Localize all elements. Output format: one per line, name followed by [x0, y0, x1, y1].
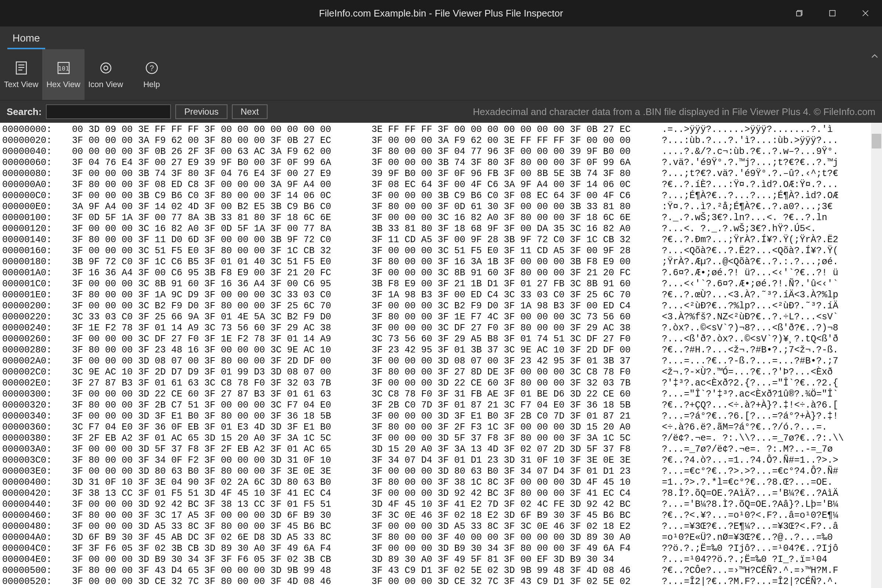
hex-row: 00000120: 3F 00 00 00 3C 16 82 A0 3F 0D …: [2, 224, 882, 234]
hex-row: 00000080: 3F 00 00 00 3B 74 3F 80 3F 04 …: [2, 168, 882, 179]
hex-row: 00000100: 3F 0D 5F 1A 3F 00 77 8A 3B 33 …: [2, 212, 882, 224]
description-text: Hexadecimal and character data from a .B…: [473, 106, 875, 118]
help-group: ? Help: [130, 49, 173, 100]
icon-view-button[interactable]: Icon View: [84, 49, 127, 100]
title-bar: FileInfo.com Example.bin - File Viewer P…: [0, 0, 882, 27]
previous-button[interactable]: Previous: [175, 104, 227, 119]
hex-view-button[interactable]: 101 Hex View: [42, 49, 84, 100]
hex-row: 00000360: 3C F7 04 E0 3F 36 0F EB 3F 01 …: [2, 422, 882, 433]
svg-rect-5: [16, 62, 27, 74]
search-input[interactable]: [46, 104, 171, 119]
hex-content[interactable]: 00000000: 00 3D 09 00 3E FF FF FF 3F 00 …: [0, 123, 882, 587]
hex-row: 00000280: 3F 80 00 00 3F 23 48 16 3F 00 …: [2, 345, 882, 356]
hex-row: 00000000: 00 3D 09 00 3E FF FF FF 3F 00 …: [2, 124, 882, 135]
hex-row: 000004A0: 3D 6F B9 30 3F 45 AB DC 3F 02 …: [2, 532, 882, 543]
hex-row: 000000A0: 3F 80 00 00 3F 08 ED C8 3F 00 …: [2, 179, 882, 190]
scrollbar-thumb[interactable]: [872, 134, 881, 148]
hex-row: 000002E0: 3F 27 87 B3 3F 01 61 63 3C C8 …: [2, 378, 882, 389]
hex-row: 000003C0: 3F 80 00 00 3F 34 0F F2 3F 00 …: [2, 455, 882, 466]
hex-row: 000001A0: 3F 16 36 A4 3F 00 C6 95 3B F8 …: [2, 267, 882, 279]
hex-row: 00000320: 3F 80 00 00 3F 2B C7 51 3F 00 …: [2, 400, 882, 411]
close-icon[interactable]: [849, 0, 882, 27]
search-bar: Search: Previous Next Hexadecimal and ch…: [0, 101, 882, 123]
hex-row: 00000380: 3F 2F EB A2 3F 01 AC 65 3D 15 …: [2, 433, 882, 444]
text-view-icon: [13, 60, 29, 76]
hex-row: 00000160: 3F 00 00 00 3C 51 F5 E0 3F 80 …: [2, 246, 882, 256]
hex-row: 000000E0: 3A 9F A4 00 3F 14 02 4D 3F 00 …: [2, 201, 882, 212]
hex-row: 000000C0: 3F 00 00 00 3B C9 B6 C0 3F 80 …: [2, 190, 882, 201]
menu-home[interactable]: Home: [8, 28, 45, 49]
hex-viewer: 00000000: 00 3D 09 00 3E FF FF FF 3F 00 …: [0, 123, 882, 588]
hex-row: 00000260: 3F 00 00 00 3C DF 27 F0 3F 1E …: [2, 334, 882, 345]
help-button[interactable]: ? Help: [130, 49, 173, 100]
hex-row: 00000420: 3F 38 13 CC 3F 01 F5 51 3D 4F …: [2, 488, 882, 499]
menu-bar: Home: [0, 27, 882, 49]
svg-point-12: [104, 66, 108, 70]
window-title: FileInfo.com Example.bin - File Viewer P…: [319, 8, 563, 19]
text-view-button[interactable]: Text View: [0, 49, 42, 100]
hex-row: 000004C0: 3F 3F F6 05 3F 02 3B CB 3D 89 …: [2, 543, 882, 554]
hex-row: 000001E0: 3F 80 00 00 3F 1A 9C D9 3F 00 …: [2, 290, 882, 301]
ribbon-toolbar: Text View 101 Hex View Icon View: [0, 49, 882, 101]
hex-row: 00000400: 3D 31 0F 10 3F 3E 04 90 3F 02 …: [2, 477, 882, 488]
hex-row: 00000480: 3F 00 00 00 3D A5 33 8C 3F 80 …: [2, 521, 882, 532]
help-label: Help: [143, 80, 160, 89]
hex-row: 00000240: 3F 1E F2 78 3F 01 14 A9 3C 73 …: [2, 322, 882, 334]
hex-row: 00000020: 3F 00 00 00 3A F9 62 00 3F 80 …: [2, 135, 882, 146]
next-button[interactable]: Next: [232, 104, 267, 119]
hex-row: 00000060: 3F 04 76 E4 3F 00 27 E9 39 9F …: [2, 157, 882, 168]
hex-row: 00000440: 3F 00 00 00 3D 92 42 BC 3F 38 …: [2, 499, 882, 510]
svg-rect-1: [797, 11, 801, 16]
hex-row: 00000520: 3F 00 00 00 3D CE 32 7C 3F 80 …: [2, 576, 882, 587]
icon-view-label: Icon View: [88, 80, 123, 89]
hex-row: 00000500: 3F 80 00 00 3F 43 D4 65 3F 00 …: [2, 565, 882, 576]
hex-row: 00000220: 3C 33 03 C0 3F 25 66 9A 3F 01 …: [2, 312, 882, 322]
hex-row: 00000180: 3B 9F 72 C0 3F 1C C6 B5 3F 01 …: [2, 256, 882, 267]
hex-row: 00000300: 3F 00 00 00 3D 22 CE 60 3F 27 …: [2, 389, 882, 400]
hex-view-label: Hex View: [46, 80, 81, 89]
hex-row: 00000340: 3F 00 00 00 3D 3F E1 B0 3F 80 …: [2, 411, 882, 422]
hex-row: 00000140: 3F 80 00 00 3F 11 D0 6D 3F 00 …: [2, 234, 882, 246]
hex-row: 00000200: 3F 00 00 00 3C B2 F9 D0 3F 80 …: [2, 301, 882, 312]
hex-row: 000004E0: 3F 00 00 00 3D B9 30 34 3F 3F …: [2, 554, 882, 565]
hex-row: 000003A0: 3F 00 00 00 3D 5F 37 F8 3F 2F …: [2, 444, 882, 455]
window-controls: [783, 0, 882, 27]
hex-row: 000001C0: 3F 00 00 00 3C 8B 91 60 3F 16 …: [2, 279, 882, 290]
maximize-icon[interactable]: [816, 0, 849, 27]
icon-view-icon: [98, 60, 114, 76]
restore-icon[interactable]: [783, 0, 816, 27]
view-group: Text View 101 Hex View Icon View: [0, 49, 127, 100]
hex-row: 00000460: 3F 80 00 00 3F 3C 17 A5 3F 00 …: [2, 510, 882, 521]
text-view-label: Text View: [4, 80, 39, 89]
svg-text:?: ?: [150, 64, 154, 72]
hex-row: 000002C0: 3C 9E AC 10 3F 2D D7 D9 3F 01 …: [2, 367, 882, 378]
hex-row: 00000040: 00 00 00 00 3F 0B 26 2F 3F 00 …: [2, 146, 882, 157]
hex-row: 000002A0: 3F 00 00 00 3D 08 07 00 3F 80 …: [2, 356, 882, 367]
svg-text:101: 101: [58, 65, 69, 72]
vertical-scrollbar[interactable]: [871, 123, 882, 588]
svg-rect-2: [830, 10, 836, 16]
hex-view-icon: 101: [56, 60, 72, 76]
help-icon: ?: [144, 60, 160, 76]
search-label: Search:: [7, 106, 42, 118]
svg-point-11: [101, 63, 111, 73]
hex-row: 000003E0: 3F 00 00 00 3D 80 63 B0 3F 80 …: [2, 466, 882, 477]
collapse-ribbon-icon[interactable]: [871, 53, 878, 62]
